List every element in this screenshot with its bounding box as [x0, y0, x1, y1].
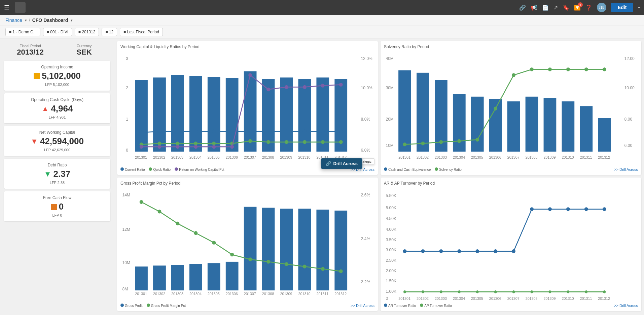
svg-text:201306: 201306	[226, 155, 238, 159]
svg-rect-87	[598, 118, 611, 152]
svg-text:201310: 201310	[298, 155, 311, 159]
svg-rect-119	[135, 266, 148, 290]
help-icon[interactable]: ❓	[585, 4, 592, 11]
breadcrumb-current-arrow[interactable]: ▾	[71, 18, 73, 23]
filter-division[interactable]: = 001 - DIVI	[43, 28, 72, 36]
fiscal-period-value: 2013/12	[7, 48, 54, 57]
svg-point-178	[422, 290, 424, 293]
svg-text:10M: 10M	[122, 260, 130, 265]
filter-period[interactable]: = 201312	[75, 28, 99, 36]
kpi-fcf-value: 0	[9, 201, 105, 212]
svg-text:14M: 14M	[122, 192, 130, 197]
svg-text:201305: 201305	[471, 155, 483, 159]
menu-icon[interactable]: ☰	[4, 4, 9, 11]
svg-text:201304: 201304	[189, 155, 202, 159]
drill-across-ar-ap[interactable]: >> Drill Across	[614, 304, 638, 308]
filter-fiscal-period[interactable]: = Last Fiscal Period	[120, 28, 163, 36]
svg-point-139	[285, 262, 288, 266]
svg-text:0: 0	[126, 148, 128, 153]
svg-point-174	[566, 207, 570, 211]
svg-point-90	[439, 140, 443, 144]
svg-point-98	[584, 67, 588, 71]
kpi-nwc-value: ▼ 42,594,000	[9, 136, 105, 147]
svg-text:201302: 201302	[417, 296, 429, 301]
svg-point-175	[584, 207, 588, 211]
arrow-down-green-icon: ▼	[44, 170, 51, 179]
kpi-operating-income-value: 5,102,000	[9, 71, 105, 81]
svg-rect-125	[244, 207, 257, 290]
kpi-card-operating-cash-cycle: Operating Cash Cycle (Days) ▲ 4,964 LFP …	[4, 93, 110, 123]
chart-solvency-title: Solvency Ratio by Period	[384, 44, 638, 49]
share-icon[interactable]: ↗	[553, 4, 558, 11]
svg-rect-77	[417, 73, 429, 152]
document-icon[interactable]: 📄	[542, 4, 549, 11]
chart-gross-profit-legend: Gross Profit Gross Profit Margin Pct >> …	[120, 304, 374, 308]
legend-quick-ratio: Quick Ratio	[149, 167, 171, 171]
svg-text:201304: 201304	[453, 296, 465, 301]
sidebar-toggle-icon[interactable]: ▪	[638, 4, 640, 10]
link-icon[interactable]: 🔗	[519, 4, 526, 11]
svg-rect-8	[135, 80, 148, 152]
svg-point-38	[248, 139, 252, 143]
svg-text:201308: 201308	[262, 291, 274, 295]
breadcrumb-parent[interactable]: Finance	[5, 18, 22, 23]
legend-ap-turnover: AP Turnover Ratio	[420, 304, 452, 308]
drill-across-solvency[interactable]: >> Drill Across	[614, 167, 638, 171]
filter-badge[interactable]: 🔽 5	[574, 4, 581, 11]
svg-point-97	[566, 67, 570, 71]
svg-text:201302: 201302	[153, 291, 165, 295]
filter-period-num[interactable]: = 12	[102, 28, 117, 36]
svg-text:201310: 201310	[298, 291, 311, 295]
svg-text:201301: 201301	[135, 291, 147, 295]
fiscal-period-label: Fiscal Period	[7, 44, 54, 48]
megaphone-icon[interactable]: 📢	[531, 4, 537, 11]
svg-point-185	[548, 290, 551, 293]
svg-point-44	[140, 145, 143, 149]
svg-text:10.0%: 10.0%	[361, 86, 372, 90]
charts-area: Working Capital & Liquidity Ratios by Pe…	[114, 38, 644, 314]
svg-text:3.50K: 3.50K	[386, 237, 396, 242]
drill-popup-icon: 🔗	[326, 161, 331, 166]
svg-point-21	[158, 130, 162, 133]
kpi-header: Fiscal Period 2013/12 Currency SEK	[4, 42, 110, 58]
drill-across-popup[interactable]: 🔗 Drill Across	[321, 158, 362, 169]
svg-point-34	[176, 141, 179, 145]
svg-point-177	[403, 290, 406, 293]
drill-across-gross-profit[interactable]: >> Drill Across	[351, 304, 374, 308]
bookmark-icon[interactable]: 🔖	[563, 4, 569, 11]
arrow-down-red-icon: ▼	[31, 137, 38, 146]
svg-text:2.2%: 2.2%	[361, 279, 370, 284]
chart-working-capital-body: 3 2 1 0 12.0% 10.0% 8.0% 6.0%	[120, 51, 374, 166]
breadcrumb: Finance ▾ / CFO Dashboard ▾	[0, 15, 644, 26]
breadcrumb-separator: /	[29, 18, 30, 23]
svg-point-36	[212, 141, 216, 145]
svg-rect-12	[208, 77, 220, 152]
legend-gross-profit: Gross Profit	[120, 304, 143, 308]
breadcrumb-parent-arrow[interactable]: ▾	[25, 18, 27, 23]
svg-point-26	[248, 130, 252, 133]
legend-ar-turnover: AR Turnover Ratio	[384, 304, 416, 308]
page-title: CFO Dashboard	[32, 18, 68, 23]
filter-company[interactable]: = 1 - Demo C...	[5, 28, 40, 36]
svg-text:201311: 201311	[316, 291, 328, 295]
svg-point-42	[321, 140, 325, 144]
svg-text:30M: 30M	[386, 86, 394, 90]
svg-point-184	[530, 290, 533, 293]
svg-text:2.4%: 2.4%	[361, 236, 370, 241]
svg-text:201302: 201302	[153, 155, 165, 159]
svg-text:201311: 201311	[580, 155, 592, 159]
profile-button[interactable]: 31B	[597, 3, 606, 12]
svg-rect-86	[580, 106, 593, 152]
filter-bar: = 1 - Demo C... = 001 - DIVI = 201312 = …	[0, 26, 644, 38]
svg-point-99	[603, 67, 606, 71]
svg-rect-11	[189, 76, 202, 152]
edit-button[interactable]: Edit	[611, 3, 633, 12]
svg-rect-9	[153, 77, 166, 152]
svg-rect-80	[471, 97, 484, 152]
svg-point-132	[158, 210, 162, 213]
svg-text:201307: 201307	[244, 155, 256, 159]
svg-text:201305: 201305	[471, 296, 483, 301]
kpi-fcf-lfp: LFP 0	[9, 213, 105, 217]
kpi-debt-ratio-title: Debt Ratio	[9, 163, 105, 167]
kpi-nwc-lfp: LFP 42,629,000	[9, 148, 105, 152]
